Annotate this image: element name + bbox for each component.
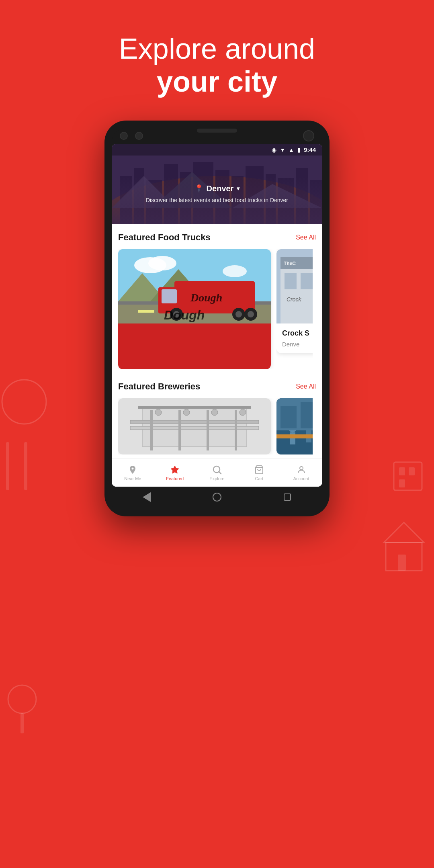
svg-rect-84 [301, 402, 313, 428]
svg-point-71 [211, 409, 218, 416]
account-icon [297, 465, 306, 475]
svg-rect-56 [285, 273, 297, 289]
back-button[interactable] [141, 491, 152, 503]
nav-account[interactable]: Account [280, 459, 322, 487]
hero-section: Explore around your city [0, 32, 434, 98]
crock-card[interactable]: TheC Crock Crock S Denve [276, 249, 313, 353]
svg-rect-57 [301, 273, 313, 289]
nav-near-me[interactable]: Near Me [112, 459, 154, 487]
recents-button[interactable] [282, 491, 293, 503]
location-bar[interactable]: 📍 Denver ▾ [194, 184, 240, 193]
camera-area [120, 132, 143, 140]
brewery-1-card[interactable] [118, 398, 271, 454]
food-trucks-list: Dough Rolling Dough Denver [118, 249, 316, 369]
rolling-dough-card[interactable]: Dough Rolling Dough Denver [118, 249, 271, 369]
front-camera [303, 130, 314, 141]
nav-explore[interactable]: Explore [196, 459, 238, 487]
svg-rect-4 [20, 713, 24, 733]
svg-line-88 [219, 471, 221, 474]
near-me-label: Near Me [124, 476, 141, 481]
svg-rect-36 [138, 310, 154, 313]
svg-rect-67 [235, 410, 237, 450]
svg-point-69 [155, 409, 162, 416]
crock-location: Denve [282, 341, 313, 348]
svg-rect-8 [399, 479, 405, 487]
phone-outer-shell: ◉ ▼ ▲ ▮ 9:44 [104, 121, 330, 516]
svg-point-45 [170, 308, 183, 321]
crock-card-partial[interactable]: TheC Crock Crock S Denve [276, 249, 313, 369]
food-trucks-see-all[interactable]: See All [296, 234, 316, 241]
svg-rect-68 [138, 406, 251, 409]
svg-point-48 [235, 311, 242, 317]
featured-label: Featured [166, 476, 184, 481]
status-bar: ◉ ▼ ▲ ▮ 9:44 [112, 144, 322, 156]
brewery-2-partial[interactable] [276, 398, 313, 454]
svg-rect-81 [276, 434, 313, 438]
svg-rect-83 [280, 406, 297, 428]
breweries-see-all[interactable]: See All [296, 383, 316, 390]
svg-rect-2 [24, 442, 27, 490]
bottom-nav: Near Me Featured Explore [112, 459, 322, 487]
svg-point-70 [183, 409, 190, 416]
brewery-2-card[interactable] [276, 398, 313, 454]
breweries-list [118, 398, 316, 454]
app-content: Featured Food Trucks See All [112, 224, 322, 487]
phone-notch [112, 128, 322, 144]
food-trucks-title: Featured Food Trucks [118, 232, 211, 243]
svg-rect-6 [399, 467, 405, 475]
svg-rect-5 [394, 462, 422, 490]
battery-icon: ▮ [297, 147, 301, 153]
crock-card-body: Crock S Denve [276, 323, 313, 353]
near-me-icon [128, 465, 137, 475]
rolling-dough-image: Dough [118, 249, 271, 369]
hero-line1: Explore around [0, 32, 434, 65]
breweries-title: Featured Breweries [118, 381, 200, 392]
brewery-2-image [276, 398, 313, 454]
hero-line2: your city [0, 65, 434, 98]
crock-card-image: TheC Crock [276, 249, 313, 323]
svg-rect-37 [170, 310, 186, 313]
svg-point-50 [248, 311, 254, 317]
svg-point-72 [240, 409, 246, 416]
featured-icon [170, 465, 180, 475]
city-name: Denver [207, 184, 234, 193]
app-hero-banner: 📍 Denver ▾ Discover the latest events an… [112, 144, 322, 224]
svg-text:Crock: Crock [287, 296, 302, 303]
svg-text:Dough: Dough [190, 291, 222, 304]
phone-system-nav [112, 487, 322, 509]
cart-icon [254, 465, 264, 475]
breweries-header: Featured Breweries See All [118, 381, 316, 392]
svg-rect-44 [162, 289, 177, 303]
camera-lens-2 [135, 132, 143, 140]
breweries-section: Featured Breweries See All [112, 373, 322, 459]
svg-rect-9 [386, 542, 422, 571]
svg-rect-62 [130, 420, 259, 424]
cart-label: Cart [255, 476, 263, 481]
svg-rect-11 [398, 555, 406, 571]
status-time: 9:44 [304, 146, 316, 153]
dropdown-arrow-icon: ▾ [237, 185, 240, 192]
svg-rect-63 [130, 426, 259, 430]
explore-label: Explore [209, 476, 224, 481]
brewery-1-image [118, 398, 271, 454]
back-button-icon [143, 492, 151, 502]
wifi-icon: ▼ [280, 147, 285, 153]
svg-text:TheC: TheC [284, 261, 296, 266]
food-trucks-header: Featured Food Trucks See All [118, 232, 316, 243]
svg-rect-65 [178, 410, 181, 450]
nav-featured[interactable]: Featured [154, 459, 196, 487]
svg-rect-1 [6, 442, 9, 490]
svg-rect-7 [409, 467, 415, 475]
svg-point-33 [223, 265, 247, 277]
explore-icon [212, 465, 222, 475]
speaker [197, 129, 237, 133]
home-button[interactable] [211, 491, 223, 503]
crock-name: Crock S [282, 329, 313, 338]
svg-point-3 [8, 685, 36, 713]
location-status-icon: ◉ [272, 147, 276, 153]
svg-marker-86 [171, 466, 179, 473]
svg-point-46 [173, 311, 180, 317]
nav-cart[interactable]: Cart [238, 459, 280, 487]
recents-button-icon [284, 493, 291, 501]
svg-rect-66 [207, 410, 209, 450]
